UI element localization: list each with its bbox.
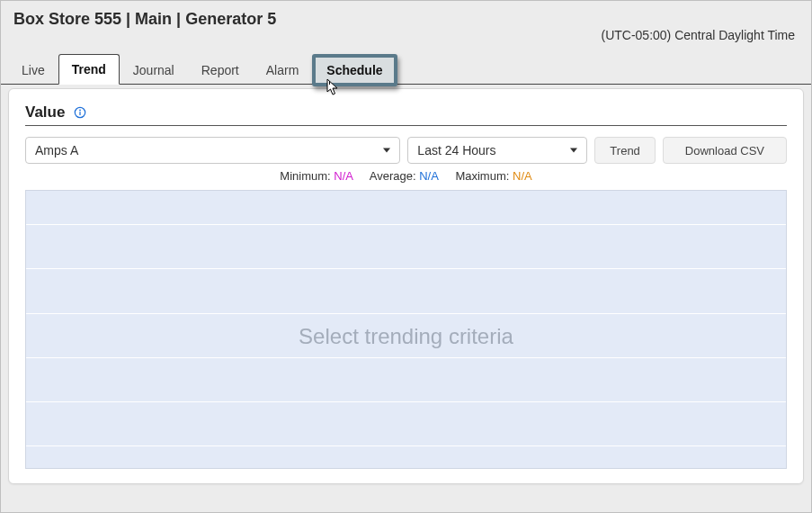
tab-live[interactable]: Live [8,55,58,85]
trend-button[interactable]: Trend [594,137,655,164]
page-title: Box Store 555 | Main | Generator 5 [13,10,276,29]
timezone-label: (UTC-05:00) Central Daylight Time [601,10,797,42]
min-label: Minimum: [280,169,330,183]
gridline [26,224,786,225]
tab-alarm[interactable]: Alarm [253,55,313,85]
gridline [26,268,786,269]
tab-schedule[interactable]: Schedule [312,54,397,86]
value-card: Value Amps A Last 24 Hours [8,88,804,484]
card-title: Value [25,104,65,122]
stats-row: Minimum: N/A Average: N/A Maximum: N/A [25,169,787,183]
header: Box Store 555 | Main | Generator 5 (UTC-… [1,1,811,42]
range-select-value: Last 24 Hours [417,143,495,158]
svg-rect-2 [80,112,81,115]
svg-point-1 [80,110,82,112]
app-window: Box Store 555 | Main | Generator 5 (UTC-… [0,0,812,513]
chevron-down-icon [570,148,577,153]
max-label: Maximum: [455,169,509,183]
tab-journal[interactable]: Journal [120,55,188,85]
chevron-down-icon [383,148,390,153]
range-select[interactable]: Last 24 Hours [407,137,587,164]
gridline [26,401,786,402]
download-csv-button[interactable]: Download CSV [663,137,787,164]
gridline [26,446,786,446]
tab-report[interactable]: Report [188,55,253,85]
chart-placeholder: Select trending criteria [26,324,786,349]
tab-trend[interactable]: Trend [58,54,120,85]
content-area: Value Amps A Last 24 Hours [1,88,811,491]
max-value: N/A [513,169,532,183]
info-icon[interactable] [74,106,86,119]
avg-value: N/A [419,169,438,183]
metric-select[interactable]: Amps A [25,137,400,164]
gridline [26,357,786,358]
card-header: Value [25,104,787,126]
trend-chart: Select trending criteria [25,190,787,469]
metric-select-value: Amps A [35,143,78,158]
tab-bar: Live Trend Journal Report Alarm Schedule [1,51,811,85]
gridline [26,313,786,314]
min-value: N/A [334,169,352,183]
avg-label: Average: [370,169,416,183]
controls-row: Amps A Last 24 Hours Trend Download CSV [25,137,787,164]
